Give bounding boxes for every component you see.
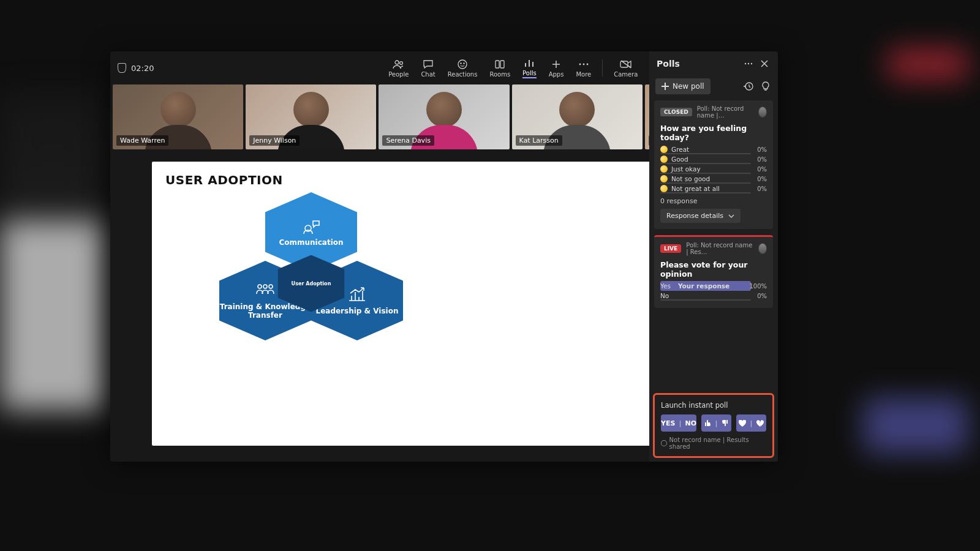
toolbar-divider: [602, 59, 603, 77]
leadership-icon: [347, 286, 368, 303]
instant-thumbs-button[interactable]: |: [701, 414, 731, 432]
svg-point-3: [461, 62, 461, 63]
emoji-icon: [660, 175, 668, 182]
instant-yesno-button[interactable]: YES|NO: [661, 414, 696, 432]
svg-point-14: [258, 285, 262, 288]
svg-point-4: [464, 62, 464, 63]
heart-broken-icon: [756, 420, 764, 427]
training-icon: [255, 282, 276, 299]
poll-card-closed: CLOSED Poll: Not record name |… How are …: [654, 100, 773, 229]
video-tile[interactable]: Serena Davis: [379, 84, 509, 149]
poll-card-live: LIVE Poll: Not record name | Res… Please…: [654, 235, 773, 308]
plus-icon: [550, 59, 562, 70]
rooms-button[interactable]: Rooms: [486, 58, 514, 79]
video-tile[interactable]: Kat Larsson: [512, 84, 643, 149]
hex-diagram: Communication Training & Knowledge Trans…: [219, 192, 403, 376]
slide-title: USER ADOPTION: [165, 173, 723, 187]
polls-icon: [523, 58, 535, 69]
response-count: 0 response: [660, 197, 767, 205]
emoji-icon: [660, 146, 668, 153]
instant-poll-note: Not record name | Results shared: [661, 437, 766, 450]
poll-meta: Poll: Not record name |…: [697, 105, 756, 119]
svg-point-19: [751, 63, 752, 64]
chevron-down-icon: [728, 214, 734, 218]
new-poll-row: New poll: [649, 75, 778, 98]
svg-point-2: [458, 60, 467, 69]
thumbs-up-icon: [704, 419, 711, 427]
avatar: [758, 107, 767, 118]
polls-button[interactable]: Polls: [519, 56, 540, 80]
svg-point-1: [399, 61, 402, 64]
gear-icon: [661, 440, 667, 446]
history-button[interactable]: [742, 80, 755, 92]
video-tile[interactable]: Wade Warren: [113, 84, 243, 149]
svg-point-7: [579, 63, 581, 65]
poll-option-yes[interactable]: Yes Your response 100%: [660, 282, 767, 290]
rooms-icon: [494, 59, 506, 70]
svg-rect-6: [500, 61, 504, 68]
poll-option: Not great at all0%: [660, 185, 767, 192]
shield-icon: [118, 63, 126, 73]
svg-point-8: [582, 63, 584, 65]
communication-icon: [301, 217, 322, 234]
reactions-icon: [456, 59, 469, 70]
emoji-icon: [660, 185, 668, 192]
more-button[interactable]: More: [572, 58, 595, 79]
svg-rect-5: [496, 61, 499, 68]
response-details-button[interactable]: Response details: [660, 209, 741, 223]
chat-icon: [422, 59, 434, 70]
more-icon: [578, 59, 590, 70]
camera-off-icon: [620, 59, 632, 70]
emoji-icon: [660, 156, 668, 163]
poll-question: How are you feeling today?: [660, 124, 767, 142]
panel-close-button[interactable]: [758, 58, 771, 70]
new-poll-button[interactable]: New poll: [655, 78, 710, 94]
people-button[interactable]: People: [385, 58, 412, 79]
camera-button[interactable]: Camera: [610, 58, 641, 79]
poll-option: Great0%: [660, 146, 767, 153]
people-icon: [393, 59, 405, 70]
poll-option-no[interactable]: No 0%: [660, 292, 767, 299]
instant-hearts-button[interactable]: |: [736, 414, 766, 432]
emoji-icon: [660, 165, 668, 173]
panel-header: Polls: [649, 51, 778, 75]
status-badge-live: LIVE: [660, 244, 681, 253]
svg-point-16: [269, 285, 273, 288]
meeting-timer: 02:20: [131, 64, 154, 73]
heart-filled-icon: [739, 420, 746, 427]
instant-poll-section: Launch instant poll YES|NO | |: [653, 393, 774, 458]
plus-icon: [662, 83, 669, 90]
poll-meta: Poll: Not record name | Res…: [686, 242, 755, 255]
panel-title: Polls: [657, 59, 739, 69]
poll-option: Just okay0%: [660, 165, 767, 173]
instant-poll-title: Launch instant poll: [661, 401, 766, 410]
svg-point-0: [395, 61, 399, 64]
poll-question: Please vote for your opinion: [660, 260, 767, 279]
chat-button[interactable]: Chat: [417, 58, 439, 79]
thumbs-down-icon: [722, 419, 729, 427]
apps-button[interactable]: Apps: [545, 58, 568, 79]
avatar: [758, 243, 767, 254]
polls-panel: Polls New poll CLOSED Poll: Not re: [649, 51, 778, 462]
status-badge-closed: CLOSED: [660, 108, 692, 116]
svg-point-17: [745, 63, 746, 64]
video-tile[interactable]: Jenny Wilson: [246, 84, 376, 149]
poll-option: Good0%: [660, 156, 767, 163]
panel-more-button[interactable]: [742, 58, 755, 70]
shared-slide: USER ADOPTION Communication Training & K…: [152, 162, 736, 446]
svg-point-18: [748, 63, 749, 64]
ideas-button[interactable]: [760, 80, 772, 92]
svg-point-15: [263, 285, 267, 288]
poll-option: Not so good0%: [660, 175, 767, 182]
reactions-button[interactable]: Reactions: [444, 58, 481, 79]
polls-scroll[interactable]: CLOSED Poll: Not record name |… How are …: [649, 98, 778, 389]
svg-point-9: [586, 63, 588, 65]
